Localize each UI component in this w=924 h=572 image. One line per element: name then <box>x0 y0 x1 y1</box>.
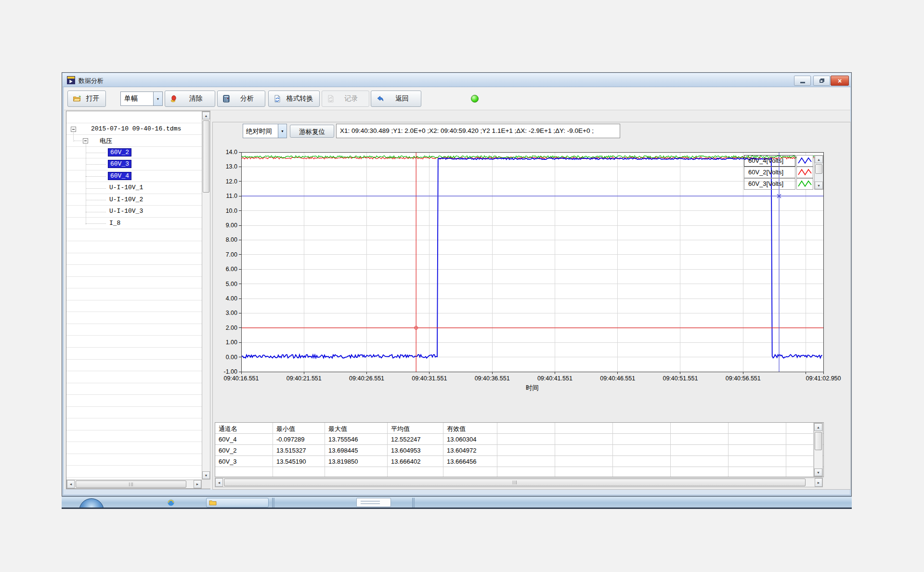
tree-item-电压[interactable]: 电压 <box>100 137 112 145</box>
scroll-down-icon[interactable]: ▼ <box>202 471 210 479</box>
chevron-down-icon[interactable]: ▼ <box>278 124 286 138</box>
back-button[interactable]: 返回 <box>371 91 421 107</box>
stats-empty-row-cell <box>497 467 555 477</box>
stats-vscrollbar[interactable]: ▲ ▼ <box>814 423 823 477</box>
tree-hscrollbar[interactable]: ◄ ► <box>66 480 202 489</box>
legend-sample-60V_3[Volts][interactable] <box>796 178 813 190</box>
back-button-label: 返回 <box>388 94 416 103</box>
scroll-up-icon[interactable]: ▲ <box>202 112 210 119</box>
svg-text:时间: 时间 <box>526 384 539 391</box>
stats-row-60V_2-cell: 13.698445 <box>325 445 388 456</box>
calculator-icon <box>222 95 230 103</box>
close-button[interactable]: × <box>831 76 849 86</box>
graph-hscroll-thumb[interactable] <box>224 479 806 486</box>
stats-header-row-cell: 最大值 <box>325 423 388 434</box>
scroll-left-icon[interactable]: ◄ <box>67 480 75 488</box>
maximize-button[interactable] <box>813 76 830 86</box>
display-mode-value: 单幅 <box>121 92 153 105</box>
analyze-button[interactable]: 分析 <box>217 91 265 107</box>
legend-sample-60V_4[Volts][interactable] <box>796 155 813 167</box>
stats-empty-row-cell <box>443 467 497 477</box>
taskbar-app-button[interactable] <box>206 498 269 507</box>
scroll-left-icon[interactable]: ◄ <box>215 478 223 487</box>
tree-row <box>66 265 202 277</box>
cursor-reset-button[interactable]: 游标复位 <box>290 125 334 138</box>
tree-item-60V_3[interactable]: 60V_3 <box>108 160 131 168</box>
tree-item-U-I-10V_3[interactable]: U-I-10V_3 <box>109 208 143 215</box>
tree-expand-toggle[interactable] <box>83 138 88 143</box>
tree-connector <box>86 176 106 177</box>
restore-icon <box>820 78 824 83</box>
tree-connector <box>86 188 106 189</box>
stats-row-60V_4-cell: 12.552247 <box>388 434 443 445</box>
display-mode-combo[interactable]: 单幅 ▼ <box>120 91 163 106</box>
format-convert-button[interactable]: 格式转换 <box>268 91 320 107</box>
chevron-down-icon[interactable]: ▼ <box>153 92 162 105</box>
taskbar-edge <box>62 507 852 509</box>
svg-text:09:40:36.551: 09:40:36.551 <box>475 375 510 382</box>
start-button[interactable] <box>79 498 104 507</box>
time-mode-combo[interactable]: 绝对时间 ▼ <box>243 124 287 138</box>
svg-text:09:40:51.551: 09:40:51.551 <box>663 375 698 382</box>
tree-row: 2015-07-10 09-40-16.tdms <box>66 123 202 135</box>
svg-text:09:40:16.551: 09:40:16.551 <box>224 375 259 382</box>
stats-header-row-cell <box>555 423 613 434</box>
tree-row <box>66 454 202 466</box>
stats-row-60V_4-cell <box>497 434 555 445</box>
scroll-right-icon[interactable]: ► <box>815 478 822 487</box>
minimize-button[interactable] <box>794 76 811 86</box>
tree-vscroll-thumb[interactable] <box>203 120 209 193</box>
tree-item-U-I-10V_1[interactable]: U-I-10V_1 <box>109 184 143 191</box>
tree-row <box>66 253 202 265</box>
stats-row-60V_2-cell <box>671 445 729 456</box>
folder-open-icon <box>73 95 81 103</box>
stats-row-60V_3: 60V_313.54519013.81985013.66640213.66645… <box>215 456 823 467</box>
scroll-down-icon[interactable]: ▼ <box>815 182 823 189</box>
close-icon: × <box>838 77 842 85</box>
legend-sample-60V_2[Volts][interactable] <box>796 167 813 178</box>
open-button[interactable]: 打开 <box>67 91 106 107</box>
stats-table: 通道名最小值最大值平均值有效值60V_4-0.09728913.75554612… <box>215 422 824 477</box>
open-button-label: 打开 <box>85 94 101 103</box>
stats-row-60V_2: 60V_213.51532713.69844513.60495313.60497… <box>215 445 823 456</box>
tree-row: U-I-10V_3 <box>66 206 202 218</box>
scroll-right-icon[interactable]: ► <box>194 480 201 488</box>
tree-connector <box>86 153 106 153</box>
tree-item-U-I-10V_2[interactable]: U-I-10V_2 <box>109 196 143 203</box>
svg-text:09:40:26.551: 09:40:26.551 <box>349 375 384 382</box>
tree-hscroll-thumb[interactable] <box>76 481 186 488</box>
svg-text:0.00: 0.00 <box>226 354 237 361</box>
tree-item-I_8[interactable]: I_8 <box>109 220 120 227</box>
scroll-up-icon[interactable]: ▲ <box>815 156 823 163</box>
clear-button-label: 清除 <box>182 94 210 103</box>
tree-vscrollbar[interactable]: ▲ ▼ <box>202 111 210 480</box>
legend-item-60V_2[Volts][interactable]: 60V_2[Volts] <box>744 167 795 178</box>
graph-hscrollbar[interactable]: ◄ ► <box>215 478 823 487</box>
stats-row-60V_4-cell <box>729 434 786 445</box>
stats-vscroll-thumb[interactable] <box>815 432 822 450</box>
stats-empty-row-cell <box>555 467 613 477</box>
tree-expand-toggle[interactable] <box>71 127 76 132</box>
legend-item-60V_3[Volts][interactable]: 60V_3[Volts] <box>744 178 795 190</box>
record-button-label: 记录 <box>338 94 364 103</box>
scroll-down-icon[interactable]: ▼ <box>814 468 822 476</box>
tree-row <box>66 336 202 348</box>
app-icon <box>67 76 75 84</box>
legend-scroll-thumb[interactable] <box>815 164 822 174</box>
stats-row-60V_2-cell <box>613 445 671 456</box>
taskbar-thumbnail-button[interactable] <box>356 498 391 507</box>
titlebar: 数据分析 × <box>63 73 851 87</box>
scroll-up-icon[interactable]: ▲ <box>814 423 822 431</box>
quicklaunch-icon[interactable] <box>167 499 175 507</box>
legend-item-60V_4[Volts][interactable]: 60V_4[Volts] <box>744 155 795 167</box>
stats-header-row-cell <box>613 423 671 434</box>
tree-item-60V_2[interactable]: 60V_2 <box>108 148 131 156</box>
record-button[interactable]: 记录 <box>322 91 369 107</box>
scroll-corner <box>202 480 210 489</box>
legend-scrollbar[interactable]: ▲▼ <box>814 155 823 190</box>
tree-item-60V_4[interactable]: 60V_4 <box>108 172 131 180</box>
clear-button[interactable]: 清除 <box>165 91 215 107</box>
tree-row <box>66 371 202 383</box>
tree-item-2015-07-10 09-40-16.tdms[interactable]: 2015-07-10 09-40-16.tdms <box>91 125 181 132</box>
stats-row-60V_4-cell <box>786 434 814 445</box>
